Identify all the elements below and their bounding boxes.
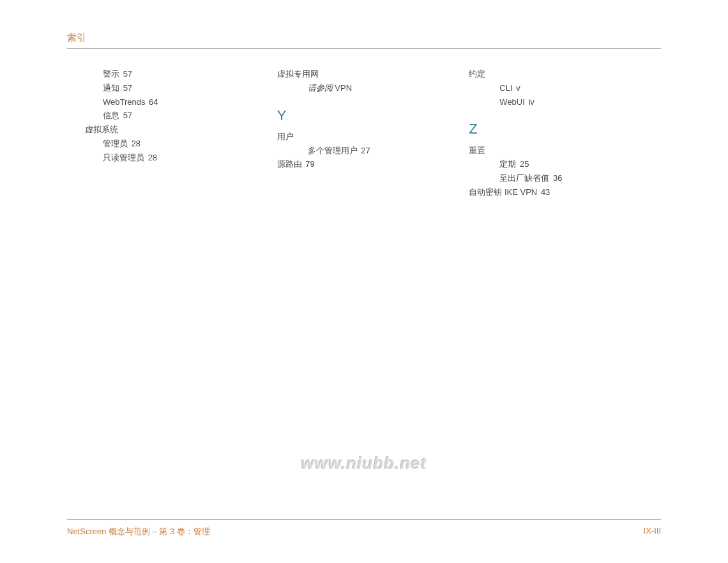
index-entry: 虚拟专用网 (277, 68, 469, 81)
entry-page: 25 (520, 159, 529, 169)
index-entry: 通知 57 (85, 82, 277, 95)
section-letter-z: Z (469, 118, 661, 140)
index-entry: WebUI iv (469, 96, 661, 109)
entry-text: 约定 (469, 69, 485, 79)
entry-text: 警示 (103, 69, 119, 79)
index-entry: 请参阅 VPN (277, 82, 469, 95)
entry-text: WebTrends (103, 97, 145, 107)
index-entry: CLI v (469, 82, 661, 95)
index-entry: 只读管理员 28 (85, 151, 277, 165)
section-letter-y: Y (277, 104, 469, 127)
index-entry: 定期 25 (469, 158, 661, 171)
entry-text: 管理员 (103, 139, 128, 148)
entry-page: 28 (132, 139, 140, 148)
entry-text: WebUI (499, 97, 525, 107)
footer-left: NetScreen 概念与范例 – 第 3 卷：管理 (67, 526, 210, 537)
index-entry: 用户 (277, 130, 469, 144)
entry-text: 信息 (103, 111, 119, 120)
index-entry: 信息 57 (85, 109, 277, 123)
entry-page: 28 (148, 153, 157, 162)
entry-page: iv (528, 97, 534, 107)
entry-text: VPN (333, 83, 352, 93)
index-entry: 多个管理用户 27 (277, 144, 469, 158)
footer: NetScreen 概念与范例 – 第 3 卷：管理 IX-III (67, 519, 661, 537)
index-entry: 源路由 79 (277, 158, 469, 171)
entry-text: 多个管理用户 (308, 146, 358, 155)
index-columns: 警示 57 通知 57 WebTrends 64 信息 57 虚拟系统 管理员 … (67, 68, 661, 200)
entry-text: 通知 (103, 83, 119, 93)
index-entry: 虚拟系统 (85, 123, 277, 137)
entry-page: 57 (123, 83, 132, 93)
entry-page: 79 (305, 159, 314, 169)
index-entry: 约定 (469, 68, 661, 81)
entry-text: 虚拟专用网 (277, 69, 319, 79)
page-title: 索引 (67, 32, 661, 49)
entry-page: 64 (149, 97, 158, 107)
entry-text: 至出厂缺省值 (499, 173, 549, 183)
index-entry: 管理员 28 (85, 137, 277, 151)
index-entry: 至出厂缺省值 36 (469, 172, 661, 185)
index-entry: WebTrends 64 (85, 96, 277, 109)
entry-page: 57 (123, 69, 132, 79)
entry-page: 43 (541, 187, 550, 197)
index-entry: 自动密钥 IKE VPN 43 (469, 186, 661, 199)
entry-page: 27 (361, 146, 370, 155)
column-3: 约定 CLI v WebUI iv Z 重置 定期 25 至出厂缺省值 36 自… (469, 68, 661, 200)
entry-text: 自动密钥 IKE VPN (469, 187, 537, 197)
footer-right: IX-III (644, 526, 661, 537)
index-entry: 重置 (469, 144, 661, 158)
entry-text: 虚拟系统 (85, 125, 118, 134)
entry-text: 源路由 (277, 159, 302, 169)
entry-text: 用户 (277, 132, 294, 141)
entry-text: 重置 (469, 146, 485, 155)
entry-text: 只读管理员 (103, 153, 144, 162)
entry-page: 57 (123, 111, 132, 120)
entry-text: CLI (499, 83, 512, 93)
entry-text: 定期 (499, 159, 516, 169)
entry-page: v (516, 83, 520, 93)
index-entry: 警示 57 (85, 68, 277, 81)
watermark: www.niubb.net (301, 454, 427, 474)
column-1: 警示 57 通知 57 WebTrends 64 信息 57 虚拟系统 管理员 … (67, 68, 277, 200)
entry-page: 36 (553, 173, 562, 183)
page-container: 索引 警示 57 通知 57 WebTrends 64 信息 57 虚拟系统 管… (0, 0, 728, 563)
entry-prefix: 请参阅 (308, 83, 333, 93)
column-2: 虚拟专用网 请参阅 VPN Y 用户 多个管理用户 27 源路由 79 (277, 68, 469, 200)
